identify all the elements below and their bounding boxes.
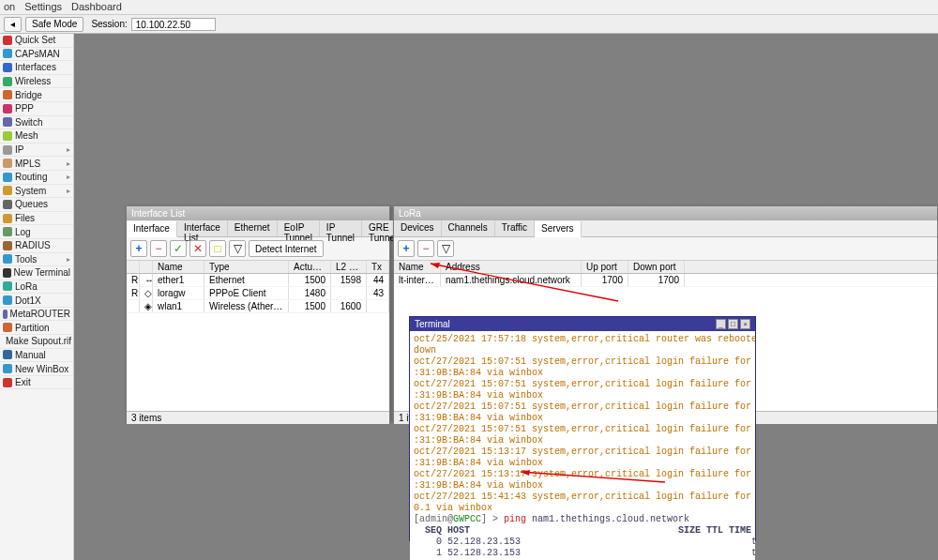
sidebar-item-bridge[interactable]: Bridge bbox=[0, 88, 73, 102]
sidebar-item-lora[interactable]: LoRa bbox=[0, 280, 73, 295]
table-row[interactable]: ◈wlan1Wireless (Atheros AR9...15001600 bbox=[127, 300, 389, 313]
menu-icon bbox=[3, 36, 12, 45]
sidebar-item-radius[interactable]: RADIUS bbox=[0, 239, 73, 253]
expand-icon: ▸ bbox=[67, 145, 70, 154]
sidebar: Quick SetCAPsMANInterfacesWirelessBridge… bbox=[0, 34, 74, 560]
column-header[interactable]: Tx bbox=[367, 261, 389, 273]
sidebar-label: Quick Set bbox=[15, 35, 55, 45]
sidebar-item-routing[interactable]: Routing▸ bbox=[0, 171, 73, 185]
sidebar-item-tools[interactable]: Tools▸ bbox=[0, 253, 73, 267]
menu-item[interactable]: Settings bbox=[24, 1, 62, 13]
sidebar-item-capsman[interactable]: CAPsMAN bbox=[0, 48, 73, 62]
menu-icon bbox=[3, 227, 12, 236]
sidebar-item-switch[interactable]: Switch bbox=[0, 116, 73, 130]
terminal-output[interactable]: oct/25/2021 17:57:18 system,error,critic… bbox=[410, 331, 755, 560]
tabs: DevicesChannelsTrafficServers bbox=[394, 220, 937, 237]
column-header[interactable]: Name bbox=[153, 261, 204, 273]
detect-internet-button[interactable]: Detect Internet bbox=[249, 240, 324, 257]
column-header[interactable]: Type bbox=[204, 261, 289, 273]
menu-icon bbox=[3, 131, 12, 141]
menu-bar[interactable]: on Settings Dashboard bbox=[0, 0, 938, 15]
add-button[interactable]: + bbox=[130, 240, 147, 257]
disable-button[interactable]: ✕ bbox=[189, 240, 206, 257]
sidebar-label: MPLS bbox=[15, 159, 40, 169]
sidebar-item-dot1x[interactable]: Dot1X bbox=[0, 294, 73, 308]
sidebar-item-log[interactable]: Log bbox=[0, 225, 73, 239]
column-header[interactable] bbox=[140, 261, 153, 273]
sidebar-item-mpls[interactable]: MPLS▸ bbox=[0, 157, 73, 171]
filter-button[interactable]: ▽ bbox=[229, 240, 246, 257]
sidebar-item-make-supout-rif[interactable]: Make Supout.rif bbox=[0, 335, 73, 349]
window-title[interactable]: Interface List bbox=[127, 206, 389, 220]
tab-servers[interactable]: Servers bbox=[535, 221, 581, 237]
window-title[interactable]: Terminal _ □ × bbox=[410, 317, 755, 331]
sidebar-item-system[interactable]: System▸ bbox=[0, 185, 73, 199]
sidebar-item-manual[interactable]: Manual bbox=[0, 349, 73, 363]
sidebar-item-partition[interactable]: Partition bbox=[0, 321, 73, 335]
expand-icon: ▸ bbox=[67, 255, 70, 264]
sidebar-label: Switch bbox=[15, 117, 42, 128]
terminal-window[interactable]: Terminal _ □ × oct/25/2021 17:57:18 syst… bbox=[409, 316, 756, 541]
filter-button[interactable]: ▽ bbox=[437, 240, 454, 257]
tab-interface-list[interactable]: Interface List bbox=[177, 220, 228, 236]
interface-grid[interactable]: NameTypeActual MTUL2 MTUTx R↔ether1Ether… bbox=[127, 261, 389, 411]
tab-devices[interactable]: Devices bbox=[394, 220, 442, 236]
tab-interface[interactable]: Interface bbox=[127, 221, 177, 237]
column-header[interactable]: Name bbox=[394, 261, 441, 273]
tab-traffic[interactable]: Traffic bbox=[495, 220, 535, 236]
tab-ip-tunnel[interactable]: IP Tunnel bbox=[320, 220, 362, 236]
sidebar-label: IP bbox=[15, 144, 23, 155]
sidebar-item-quick-set[interactable]: Quick Set bbox=[0, 34, 73, 48]
table-row[interactable]: lt-internal2nam1.thethings.cloud.network… bbox=[394, 274, 937, 287]
sidebar-item-mesh[interactable]: Mesh bbox=[0, 129, 73, 144]
column-header[interactable]: L2 MTU bbox=[331, 261, 367, 273]
sidebar-label: LoRa bbox=[15, 281, 38, 292]
sidebar-item-ip[interactable]: IP▸ bbox=[0, 144, 73, 158]
table-row[interactable]: R↔ether1Ethernet1500159844 bbox=[127, 274, 389, 287]
sidebar-label: Log bbox=[15, 227, 31, 237]
minimize-icon[interactable]: _ bbox=[716, 319, 726, 329]
column-header[interactable]: Actual MTU bbox=[289, 261, 331, 273]
menu-icon bbox=[3, 214, 12, 223]
sidebar-label: System bbox=[15, 186, 46, 196]
workspace: Interface List InterfaceInterface ListEt… bbox=[74, 34, 938, 560]
sidebar-label: Wireless bbox=[15, 76, 51, 86]
menu-icon bbox=[3, 310, 8, 319]
table-row[interactable]: R◇loragwPPPoE Client148043 bbox=[127, 287, 389, 300]
tab-channels[interactable]: Channels bbox=[442, 220, 495, 236]
top-toolbar: ◂ Safe Mode Session: 10.100.22.50 bbox=[0, 15, 938, 34]
sidebar-item-metarouter[interactable]: MetaROUTER bbox=[0, 308, 73, 322]
sidebar-item-queues[interactable]: Queues bbox=[0, 198, 73, 212]
sidebar-item-exit[interactable]: Exit bbox=[0, 376, 73, 390]
column-header[interactable] bbox=[127, 261, 140, 273]
sidebar-item-files[interactable]: Files bbox=[0, 212, 73, 226]
menu-icon bbox=[3, 186, 12, 195]
column-header[interactable]: Address bbox=[441, 261, 582, 273]
remove-button[interactable]: − bbox=[150, 240, 167, 257]
back-button[interactable]: ◂ bbox=[4, 17, 22, 32]
sidebar-item-new-winbox[interactable]: New WinBox bbox=[0, 362, 73, 376]
sidebar-label: Bridge bbox=[15, 90, 42, 100]
sidebar-item-new-terminal[interactable]: New Terminal bbox=[0, 266, 73, 280]
comment-button[interactable]: □ bbox=[209, 240, 226, 257]
close-icon[interactable]: × bbox=[740, 319, 750, 329]
sidebar-label: Partition bbox=[15, 323, 50, 333]
column-header[interactable]: Down port bbox=[628, 261, 685, 273]
maximize-icon[interactable]: □ bbox=[728, 319, 738, 329]
interface-list-window[interactable]: Interface List InterfaceInterface ListEt… bbox=[126, 205, 390, 421]
enable-button[interactable]: ✓ bbox=[170, 240, 187, 257]
sidebar-item-ppp[interactable]: PPP bbox=[0, 102, 73, 116]
window-title[interactable]: LoRa bbox=[394, 206, 937, 220]
remove-button[interactable]: − bbox=[417, 240, 434, 257]
menu-item[interactable]: Dashboard bbox=[71, 1, 122, 13]
tab-eoip-tunnel[interactable]: EoIP Tunnel bbox=[278, 220, 320, 236]
menu-icon bbox=[3, 295, 12, 305]
sidebar-item-wireless[interactable]: Wireless bbox=[0, 75, 73, 89]
tab-ethernet[interactable]: Ethernet bbox=[228, 220, 278, 236]
add-button[interactable]: + bbox=[398, 240, 415, 257]
menu-icon bbox=[3, 268, 11, 278]
safe-mode-button[interactable]: Safe Mode bbox=[25, 17, 83, 32]
column-header[interactable]: Up port bbox=[582, 261, 628, 273]
menu-item[interactable]: on bbox=[4, 1, 15, 13]
sidebar-item-interfaces[interactable]: Interfaces bbox=[0, 61, 73, 75]
